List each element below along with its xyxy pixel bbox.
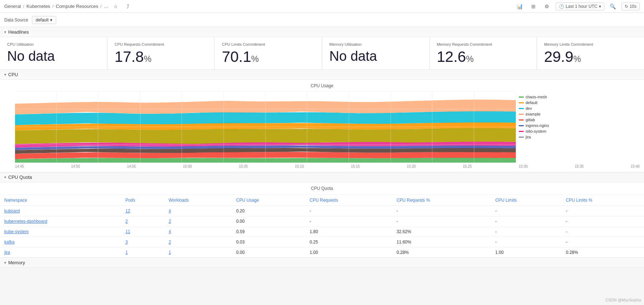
star-icon[interactable]: ☆ [111,1,121,11]
legend-color-0 [519,97,524,98]
x-label-2: 14:55 [127,164,136,168]
legend-label-7: jira [526,135,531,139]
cell-cpu-limits-3: - [491,237,561,247]
cell-workloads-4[interactable]: 1 [164,247,232,258]
cell-cpu-limits-1: - [491,216,561,227]
view-icon[interactable]: ⊞ [528,1,538,11]
cpu-quota-section-label: CPU Quota [8,174,32,180]
headline-title-0: CPU Utilisation [7,42,100,46]
datasource-dropdown[interactable]: default ▾ [32,16,56,24]
timezone-label: UTC [589,4,597,9]
refresh-selector[interactable]: ↻ 10s [621,3,640,10]
headline-card-0: CPU Utilisation No data [0,37,107,69]
cell-namespace-2[interactable]: kube-system [0,227,121,237]
headlines-section-header[interactable]: ▾ Headlines [0,27,644,37]
x-label-11: 15:40 [631,164,640,168]
col-workloads[interactable]: Workloads [164,195,232,206]
cell-workloads-3[interactable]: 2 [164,237,232,247]
cell-namespace-0[interactable]: kuboard [0,206,121,216]
breadcrumb-kubernetes[interactable]: Kubernetes [26,4,50,9]
headline-card-2: CPU Limits Commitment 70.1% [215,37,322,69]
breadcrumb-general[interactable]: General [4,4,21,9]
breadcrumb-sep-2: / [52,4,54,9]
x-label-10: 15:35 [575,164,584,168]
headline-value-3: No data [330,49,422,63]
top-bar-actions: 📊 ⊞ ⚙ 🕐 Last 1 hour UTC ▾ 🔍 ↻ 10s [515,1,640,11]
cell-cpu-limits-pct-1: - [562,216,644,227]
cell-pods-2[interactable]: 11 [121,227,165,237]
cpu-chart-container: CPU Usage 4 3 2 1 0 [0,80,644,172]
headline-value-5: 29.9% [544,49,637,64]
breadcrumb-dots[interactable]: … [104,4,108,9]
cell-namespace-3[interactable]: kafka [0,237,121,247]
time-range-selector[interactable]: 🕐 Last 1 hour UTC ▾ [556,3,604,10]
cpu-quota-toggle-icon: ▾ [4,175,6,179]
chart-legend: chaos-mesh default dev example gitlab in… [519,91,562,164]
x-label-8: 15:25 [463,164,472,168]
table-row: kube-system 11 4 0.59 1.80 32.62% - - [0,227,644,237]
cell-pods-1[interactable]: 2 [121,216,165,227]
legend-item-3[interactable]: example [519,112,562,116]
legend-item-0[interactable]: chaos-mesh [519,95,562,99]
settings-icon[interactable]: ⚙ [542,1,552,11]
chart-area: 4 3 2 1 0 [4,91,640,164]
col-pods[interactable]: Pods [121,195,165,206]
col-cpu-requests-pct[interactable]: CPU Requests % [392,195,491,206]
cell-workloads-1[interactable]: 2 [164,216,232,227]
cell-cpu-requests-3: 0.25 [306,237,392,247]
headline-value-4: 12.6% [437,49,530,64]
cell-workloads-0[interactable]: 4 [164,206,232,216]
col-cpu-limits-pct[interactable]: CPU Limits % [562,195,644,206]
cell-cpu-requests-1: - [306,216,392,227]
col-cpu-requests[interactable]: CPU Requests [306,195,392,206]
cell-pods-4[interactable]: 1 [121,247,165,258]
cell-cpu-requests-pct-1: - [392,216,491,227]
refresh-label: 10s [630,4,636,9]
cell-cpu-limits-4: 1.00 [491,247,561,258]
table-row: kafka 3 2 0.03 0.25 11.60% - - [0,237,644,247]
cell-cpu-requests-pct-2: 32.62% [392,227,491,237]
table-row: kuboard 12 4 0.20 - - - - [0,206,644,216]
headline-unit-5: % [574,54,581,64]
headlines-label: Headlines [8,29,29,35]
x-axis: 14:4514:5014:5515:0015:0515:1015:1515:20… [4,164,640,168]
headline-value-2: 70.1% [222,49,314,64]
breadcrumb-sep-3: / [101,4,102,9]
legend-item-7[interactable]: jira [519,135,562,139]
col-cpu-limits[interactable]: CPU Limits [491,195,561,206]
cell-cpu-limits-0: - [491,206,561,216]
cell-workloads-2[interactable]: 4 [164,227,232,237]
headline-card-5: Memory Limits Commitment 29.9% [537,37,644,69]
legend-label-0: chaos-mesh [526,95,547,99]
zoom-out-icon[interactable]: 🔍 [608,1,618,11]
cell-pods-0[interactable]: 12 [121,206,165,216]
col-namespace[interactable]: Namespace [0,195,121,206]
legend-label-5: ingress-nginx [526,123,549,128]
legend-item-4[interactable]: gitlab [519,118,562,122]
legend-item-5[interactable]: ingress-nginx [519,123,562,128]
cpu-section-header[interactable]: ▾ CPU [0,70,644,80]
cpu-quota-section-header[interactable]: ▾ CPU Quota [0,172,644,182]
legend-item-1[interactable]: default [519,100,562,105]
headline-title-5: Memory Limits Commitment [544,42,637,46]
legend-item-2[interactable]: dev [519,106,562,110]
cell-namespace-4[interactable]: jira [0,247,121,258]
x-label-6: 15:15 [351,164,360,168]
cpu-quota-table: Namespace Pods Workloads CPU Usage CPU R… [0,195,644,257]
share-icon[interactable]: ⤴ [123,1,133,11]
chart-icon[interactable]: 📊 [515,1,525,11]
legend-item-6[interactable]: istio-system [519,129,562,133]
cell-namespace-1[interactable]: kubernetes-dashboard [0,216,121,227]
clock-icon: 🕐 [559,4,564,9]
cell-pods-3[interactable]: 3 [121,237,165,247]
legend-label-6: istio-system [526,129,546,133]
col-cpu-usage[interactable]: CPU Usage [232,195,305,206]
cell-cpu-limits-pct-2: - [562,227,644,237]
memory-section-header[interactable]: ▾ Memory [0,258,644,268]
x-label-0: 14:45 [15,164,24,168]
cpu-section-label: CPU [8,72,18,77]
breadcrumb-compute[interactable]: Compute Resources [56,4,98,9]
datasource-chevron-icon: ▾ [50,18,52,23]
headline-unit-4: % [466,54,473,64]
cell-cpu-requests-pct-4: 0.28% [392,247,491,258]
